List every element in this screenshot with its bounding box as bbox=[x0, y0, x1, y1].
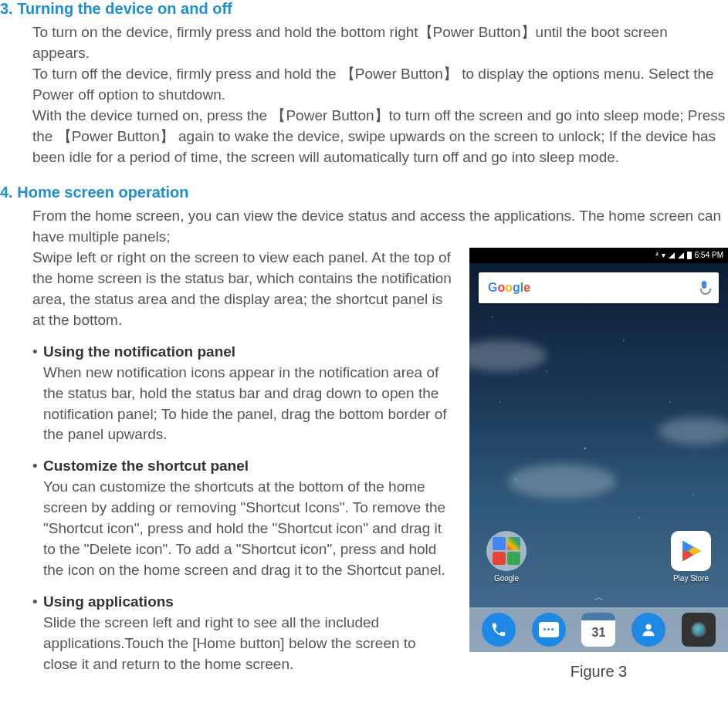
status-time: 6:54 PM bbox=[695, 252, 723, 259]
folder-icon bbox=[486, 531, 527, 571]
wifi-icon: ▾ bbox=[662, 252, 665, 259]
google-folder[interactable]: Google bbox=[486, 531, 527, 583]
status-bar[interactable]: ⁴ ▾ 6:54 PM bbox=[469, 248, 728, 263]
section-4-intro-left-text: Swipe left or right on the screen to vie… bbox=[32, 248, 454, 331]
calendar-app-icon[interactable]: 31 bbox=[581, 613, 615, 647]
wallpaper-cloud bbox=[659, 417, 728, 444]
section-3-text: To turn on the device, firmly press and … bbox=[32, 22, 728, 168]
sub-item-2-body: Slide the screen left and right to see a… bbox=[43, 613, 454, 675]
sub-item-0-body: When new notification icons appear in th… bbox=[43, 363, 454, 446]
bullet-icon: • bbox=[32, 456, 43, 477]
google-folder-label: Google bbox=[494, 574, 519, 583]
microphone-icon[interactable] bbox=[699, 281, 709, 295]
status-caret-icon: ⁴ bbox=[655, 252, 659, 259]
play-store-icon bbox=[671, 531, 711, 571]
sub-item-using-applications: • Using applications Slide the screen le… bbox=[32, 592, 454, 675]
battery-icon bbox=[687, 252, 692, 259]
section-3-heading: 3. Turning the device on and off bbox=[0, 0, 728, 18]
figure-3-caption: Figure 3 bbox=[571, 663, 627, 681]
wallpaper-cloud bbox=[508, 464, 616, 498]
section-3-body: To turn on the device, firmly press and … bbox=[32, 22, 728, 168]
sub-item-customize-shortcut: • Customize the shortcut panel You can c… bbox=[32, 456, 454, 581]
bullet-icon: • bbox=[32, 342, 43, 363]
phone-app-icon[interactable] bbox=[482, 613, 516, 647]
google-logo: Google bbox=[488, 281, 530, 295]
sub-item-1-title: Customize the shortcut panel bbox=[43, 456, 249, 477]
messages-app-icon[interactable] bbox=[532, 613, 566, 647]
camera-app-icon[interactable] bbox=[682, 613, 716, 647]
sub-item-0-title: Using the notification panel bbox=[43, 342, 235, 363]
app-drawer-handle-icon[interactable]: ︿ bbox=[594, 591, 604, 604]
play-store-app[interactable]: Play Store bbox=[671, 531, 711, 583]
section-4-intro-left: Swipe left or right on the screen to vie… bbox=[32, 248, 454, 331]
calendar-day: 31 bbox=[592, 626, 606, 640]
section-4-intro-full-text: From the home screen, you can view the d… bbox=[32, 206, 728, 248]
shortcut-panel-dock: 31 bbox=[469, 607, 728, 652]
figure-3-phone-screenshot: ⁴ ▾ 6:54 PM Google Google bbox=[469, 248, 728, 652]
contacts-app-icon[interactable] bbox=[631, 613, 665, 647]
section-4-heading: 4. Home screen operation bbox=[0, 184, 728, 201]
svg-point-4 bbox=[645, 623, 651, 629]
sub-item-1-body: You can customize the shortcuts at the b… bbox=[43, 477, 454, 581]
signal-icon bbox=[678, 252, 684, 259]
google-search-bar[interactable]: Google bbox=[479, 272, 719, 303]
signal-icon bbox=[669, 252, 675, 259]
play-store-label: Play Store bbox=[673, 574, 709, 583]
sub-item-2-title: Using applications bbox=[43, 592, 174, 613]
section-4-intro-full: From the home screen, you can view the d… bbox=[32, 206, 728, 248]
bullet-icon: • bbox=[32, 592, 43, 613]
camera-lens-icon bbox=[691, 622, 706, 637]
sub-item-notification-panel: • Using the notification panel When new … bbox=[32, 342, 454, 446]
home-folder-row: Google Play Store bbox=[469, 531, 728, 583]
